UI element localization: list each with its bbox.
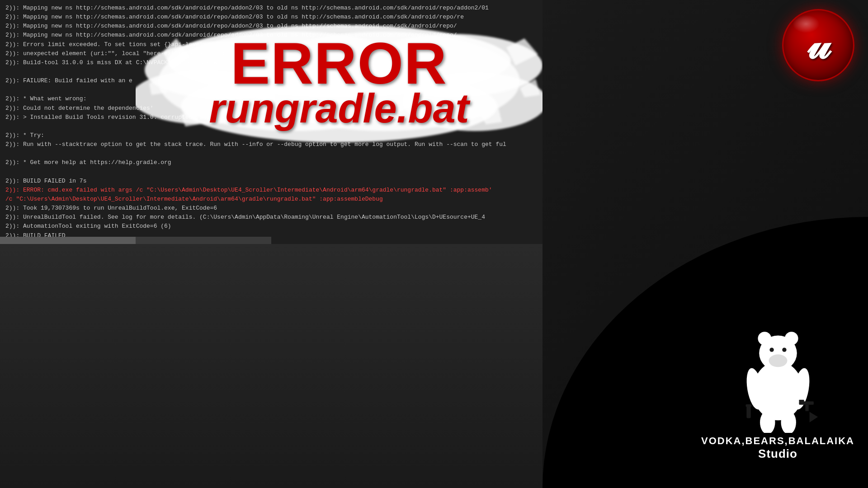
terminal-line: 2)): BUILD FAILED in 7s bbox=[5, 177, 537, 186]
terminal-bottom-area bbox=[0, 244, 542, 488]
terminal-line: /c "C:\Users\Admin\Desktop\UE4_Scroller\… bbox=[5, 195, 537, 204]
terminal-line: 2)): Took 19,7307369s to run UnrealBuild… bbox=[5, 204, 537, 213]
svg-rect-11 bbox=[746, 406, 750, 418]
terminal-line: 2)): ERROR: cmd.exe failed with args /c … bbox=[5, 186, 537, 195]
terminal-line: 2)): UnrealBuildTool failed. See log for… bbox=[5, 213, 537, 222]
svg-point-8 bbox=[769, 354, 787, 367]
svg-rect-14 bbox=[805, 405, 808, 411]
svg-rect-12 bbox=[745, 404, 751, 407]
terminal-line bbox=[5, 149, 537, 158]
svg-point-3 bbox=[784, 332, 798, 345]
terminal-line: 2)): AutomationTool exiting with ExitCod… bbox=[5, 222, 537, 231]
svg-rect-13 bbox=[799, 401, 814, 404]
error-overlay: ERROR rungradle.bat bbox=[136, 14, 542, 149]
error-sub-text: rungradle.bat bbox=[209, 88, 469, 129]
ue-logo: 𝓊 bbox=[782, 9, 854, 81]
terminal-line: 2)): * Get more help at https://help.gra… bbox=[5, 158, 537, 167]
bear-section: VODKA,BEARS,BALALAIKA Studio bbox=[701, 315, 854, 461]
terminal-line bbox=[5, 168, 537, 177]
ue-logo-letter: 𝓊 bbox=[807, 25, 829, 66]
ue-logo-circle: 𝓊 bbox=[782, 9, 854, 81]
error-main-text: ERROR bbox=[231, 34, 447, 93]
svg-marker-16 bbox=[809, 412, 818, 422]
studio-sub: Studio bbox=[758, 447, 797, 461]
error-splash: ERROR rungradle.bat bbox=[136, 16, 542, 147]
svg-point-10 bbox=[782, 348, 786, 352]
right-panel: 𝓊 bbox=[542, 0, 868, 488]
terminal-line: 2)): Mapping new ns http://schemas.andro… bbox=[5, 4, 537, 13]
studio-name: VODKA,BEARS,BALALAIKA bbox=[701, 435, 854, 447]
svg-point-9 bbox=[769, 348, 774, 352]
svg-rect-15 bbox=[799, 400, 804, 402]
svg-point-2 bbox=[758, 332, 771, 345]
bear-logo-svg bbox=[733, 315, 823, 433]
